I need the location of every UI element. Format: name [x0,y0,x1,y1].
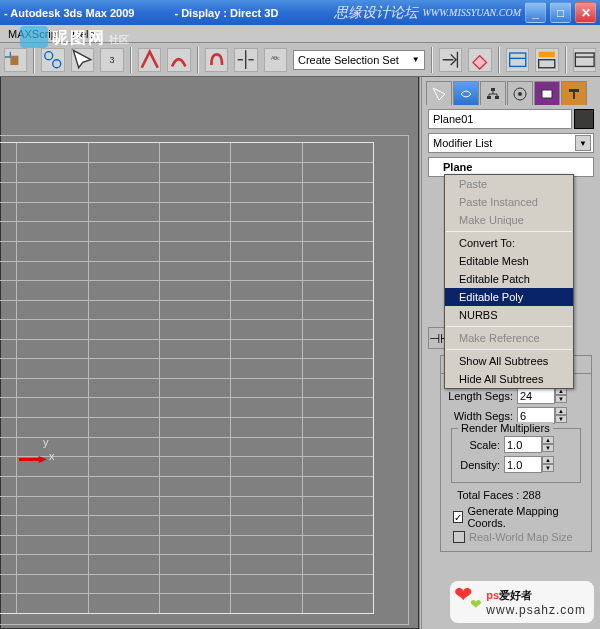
layer-button-2[interactable] [535,48,558,72]
mirror-button[interactable] [234,48,257,72]
undo-button[interactable] [4,48,27,72]
watermark-line2: www.psahz.com [486,604,586,617]
selection-set-label: Create Selection Set [298,54,399,66]
cm-nurbs[interactable]: NURBS [445,306,573,324]
svg-rect-13 [575,53,594,66]
scale-label: Scale: [456,439,504,451]
site-watermark: ❤ ps爱好者 www.psahz.com [450,581,594,623]
gizmo-x-label: x [49,450,55,462]
select-object-button[interactable] [71,48,94,72]
close-button[interactable]: ✕ [575,2,596,23]
titlebar-right: 思缘设计论坛 WWW.MISSYUAN.COM _ □ ✕ [334,2,596,23]
svg-rect-0 [10,55,18,64]
cm-show-all-subtrees[interactable]: Show All Subtrees [445,352,573,370]
forum-name: 思缘设计论坛 [334,4,418,22]
gen-mapping-label: Generate Mapping Coords. [467,505,579,529]
menu-maxscript[interactable]: MAXScript [2,27,66,41]
svg-marker-15 [433,88,445,100]
tab-hierarchy[interactable] [480,81,506,105]
object-color-swatch[interactable] [574,109,594,129]
maximize-button[interactable]: □ [550,2,571,23]
cm-paste: Paste [445,175,573,193]
density-label: Density: [456,459,504,471]
forum-url: WWW.MISSYUAN.COM [422,7,521,18]
display-mode: - Display : Direct 3D [174,7,278,19]
cm-convert-to[interactable]: Convert To: [445,234,573,252]
svg-rect-21 [542,90,552,98]
cm-editable-mesh[interactable]: Editable Mesh [445,252,573,270]
tab-utilities[interactable] [561,81,587,105]
spin-down-icon[interactable]: ▼ [542,464,554,472]
length-segs-label: Length Segs: [447,390,517,402]
viewport-area[interactable]: x y [0,77,419,629]
chevron-down-icon: ▼ [412,55,420,64]
cm-editable-patch[interactable]: Editable Patch [445,270,573,288]
active-viewport[interactable] [0,135,409,625]
modifier-list-label: Modifier List [433,137,492,149]
spin-up-icon[interactable]: ▲ [542,456,554,464]
object-name-input[interactable]: Plane01 [428,109,572,129]
link-button[interactable] [41,48,64,72]
watermark-line1: ps爱好者 [486,585,586,604]
main-toolbar: 3 ᴬᴮᶜ Create Selection Set ▼ [0,43,600,77]
scale-input[interactable] [504,436,542,453]
heart-icon: ❤ [454,583,472,607]
layer-button[interactable] [506,48,529,72]
chevron-down-icon: ▼ [575,135,591,151]
gen-mapping-row[interactable]: ✓ Generate Mapping Coords. [453,505,579,529]
spin-up-icon[interactable]: ▲ [555,407,567,415]
real-world-label: Real-World Map Size [469,531,573,543]
render-multipliers-label: Render Multipliers [458,422,553,434]
spin-down-icon[interactable]: ▼ [555,415,567,423]
cm-make-reference: Make Reference [445,329,573,347]
svg-rect-18 [495,96,499,99]
svg-point-2 [53,60,61,68]
spin-down-icon[interactable]: ▼ [542,444,554,452]
svg-rect-11 [539,51,555,56]
cm-paste-instanced: Paste Instanced [445,193,573,211]
cm-editable-poly[interactable]: Editable Poly [445,288,573,306]
tab-motion[interactable] [507,81,533,105]
svg-marker-3 [73,50,90,67]
svg-rect-12 [539,60,555,68]
svg-point-1 [45,51,53,59]
align-button[interactable] [439,48,462,72]
length-segs-input[interactable] [517,387,555,404]
eraser-button[interactable] [468,48,491,72]
stack-item-plane[interactable]: Plane [443,161,472,173]
modifier-list-combo[interactable]: Modifier List ▼ [428,133,594,153]
selection-set-combo[interactable]: Create Selection Set ▼ [293,50,425,70]
plane-object[interactable] [0,142,374,614]
context-menu: Paste Paste Instanced Make Unique Conver… [444,174,574,389]
svg-marker-8 [473,55,486,68]
spin-down-icon[interactable]: ▼ [555,395,567,403]
total-faces-label: Total Faces : 288 [447,487,585,503]
svg-rect-23 [569,89,579,92]
real-world-row: Real-World Map Size [453,531,579,543]
curve-editor-button[interactable] [573,48,596,72]
svg-rect-9 [509,53,525,66]
length-segs-spinner[interactable]: ▲▼ [517,387,573,404]
select-button-2[interactable]: 3 [100,48,123,72]
app-name: - Autodesk 3ds Max 2009 [4,7,134,19]
tab-display[interactable] [534,81,560,105]
titlebar-text: - Autodesk 3ds Max 2009 - Display : Dire… [4,7,334,19]
checkbox-checked-icon[interactable]: ✓ [453,511,463,523]
tab-create[interactable] [426,81,452,105]
scale-spinner[interactable]: ▲▼ [504,436,560,453]
snap-toggle-button[interactable] [205,48,228,72]
svg-rect-16 [491,88,495,91]
snap-angle-button[interactable] [138,48,161,72]
svg-point-20 [518,92,522,96]
abc-button[interactable]: ᴬᴮᶜ [264,48,287,72]
command-tabs [422,79,600,105]
density-spinner[interactable]: ▲▼ [504,456,560,473]
menu-help[interactable]: Help [66,27,101,41]
cm-make-unique: Make Unique [445,211,573,229]
snap-percent-button[interactable] [167,48,190,72]
density-input[interactable] [504,456,542,473]
cm-hide-all-subtrees[interactable]: Hide All Subtrees [445,370,573,388]
spin-up-icon[interactable]: ▲ [542,436,554,444]
tab-modify[interactable] [453,81,479,105]
minimize-button[interactable]: _ [525,2,546,23]
